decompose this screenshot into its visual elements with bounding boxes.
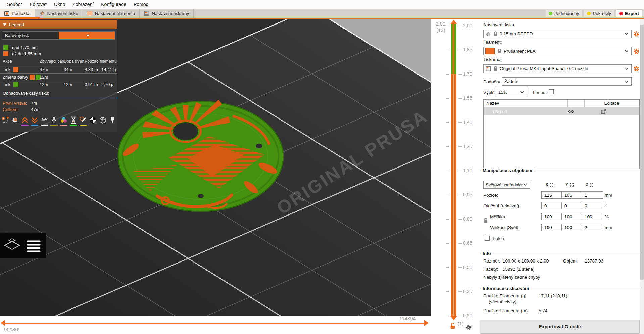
brim-checkbox[interactable] xyxy=(549,89,554,94)
scale-y-input[interactable] xyxy=(561,213,583,220)
tick-dash xyxy=(458,122,462,123)
mode-advanced-button[interactable]: Pokročilý xyxy=(584,10,614,17)
tab-print-settings[interactable]: Nastavení tisku xyxy=(35,9,83,18)
menu-pomoc[interactable]: Pomoc xyxy=(130,2,152,7)
rotation-y-input[interactable] xyxy=(561,202,583,209)
mode-simple-label: Jednoduchý xyxy=(554,11,579,16)
tab-printer-settings[interactable]: Nastavení tiskárny xyxy=(140,9,194,18)
wipe-icon[interactable] xyxy=(11,116,19,128)
preview-view-button[interactable] xyxy=(24,236,43,255)
used-filament-m-label: Použito Filamentu (m) xyxy=(483,308,528,313)
infill-label: Výplň: xyxy=(483,90,496,95)
edit-print-settings-button[interactable] xyxy=(633,31,640,37)
object-name: (25).stl xyxy=(493,109,507,114)
inches-checkbox[interactable] xyxy=(485,236,490,241)
rotation-z-input[interactable] xyxy=(582,202,603,209)
position-z-input[interactable] xyxy=(582,191,603,199)
menu-zobrazeni[interactable]: Zobrazení xyxy=(69,2,97,7)
color-changes-icon[interactable] xyxy=(60,116,68,128)
filament-select[interactable]: Prusament PLA xyxy=(483,47,632,55)
pauses-icon[interactable] xyxy=(69,116,78,128)
retractions-icon[interactable] xyxy=(21,116,29,128)
scale-z-input[interactable] xyxy=(582,213,603,220)
menu-okno[interactable]: Okno xyxy=(50,2,69,7)
layer-top-count: (13) xyxy=(436,27,445,33)
infill-select[interactable]: 15% xyxy=(496,88,527,96)
tick-dash xyxy=(458,243,462,244)
position-y-input[interactable] xyxy=(561,191,583,199)
unlock-icon[interactable] xyxy=(450,322,456,329)
scale-x-input[interactable] xyxy=(541,213,563,220)
chevron-down-icon xyxy=(625,80,629,83)
feature-toggles xyxy=(1,116,116,128)
print-settings-select[interactable]: 0.15mm SPEED xyxy=(483,30,632,38)
first-layer-row: První vrstva: 7m xyxy=(0,101,117,107)
legend-header[interactable]: Legend xyxy=(0,20,117,29)
move-slider-track[interactable] xyxy=(3,323,426,324)
layer-tick-label: 1,85 xyxy=(463,47,472,52)
shells-icon[interactable] xyxy=(99,116,107,128)
facets-label: Facety: xyxy=(483,267,498,272)
edit-object-icon[interactable] xyxy=(601,109,606,114)
filament-color-swatch xyxy=(485,48,495,54)
lock-icon xyxy=(493,31,498,36)
range-row: nad 1,70 mm xyxy=(0,45,117,51)
size-y-input[interactable] xyxy=(561,224,583,231)
printer-icon xyxy=(144,11,149,16)
object-hole xyxy=(173,123,198,140)
edit-printer-button[interactable] xyxy=(633,65,640,72)
object-list-row[interactable]: (25).stl xyxy=(484,107,639,115)
seams-icon[interactable] xyxy=(40,116,48,128)
deretractions-icon[interactable] xyxy=(31,116,39,128)
nozzle-icon[interactable] xyxy=(108,116,116,128)
menu-editovat[interactable]: Editovat xyxy=(26,2,50,7)
world-brackets-icon xyxy=(590,183,593,187)
menu-konfigurace[interactable]: Konfigurace xyxy=(97,2,130,7)
slider-gear-icon[interactable] xyxy=(466,324,472,330)
editor-view-button[interactable] xyxy=(3,236,21,255)
tick-dash xyxy=(446,267,449,268)
filament-label: Filament: xyxy=(483,40,502,45)
move-slider-left-thumb[interactable] xyxy=(1,320,5,326)
layer-bar-green-segment xyxy=(451,24,456,74)
center-of-mass-icon[interactable] xyxy=(89,116,97,128)
eye-icon[interactable] xyxy=(568,110,574,113)
edit-filament-button[interactable] xyxy=(633,48,640,55)
layer-top-value: 2,00 xyxy=(436,21,445,27)
size-z-input[interactable] xyxy=(582,224,603,231)
layer-slider-bottom-thumb[interactable] xyxy=(450,316,457,320)
coordinate-frame-select[interactable]: Světové souřadnice xyxy=(483,181,530,189)
tab-filament-settings[interactable]: Nastavení filamentu xyxy=(83,9,140,18)
size-info-value: 100,00 x 100,00 x 2,00 xyxy=(503,258,549,264)
printer-select[interactable]: Original Prusa MK4 Input Shaper 0.4 nozz… xyxy=(483,64,632,73)
scrollbar-thumb[interactable] xyxy=(640,25,644,280)
move-slider-right-thumb[interactable] xyxy=(424,320,429,326)
layer-tick-label: 1,40 xyxy=(463,120,472,125)
position-x-input[interactable] xyxy=(541,191,563,199)
supports-label: Podpěry: xyxy=(483,79,501,84)
layer-slider-bar[interactable] xyxy=(451,24,456,316)
tab-platter[interactable]: Podložka xyxy=(0,9,35,18)
mode-simple-button[interactable]: Jednoduchý xyxy=(546,10,582,17)
uniform-scale-lock-icon[interactable] xyxy=(483,218,488,223)
layer-slider-top-thumb[interactable] xyxy=(450,20,457,24)
size-label: Velikost [Svět]: xyxy=(490,225,520,230)
name-column-header: Název xyxy=(486,101,499,106)
size-info-label: Rozměr: xyxy=(483,258,500,264)
layer-tick-label: 0,65 xyxy=(463,240,472,246)
print-settings-label: Nastavení tisku: xyxy=(483,22,515,27)
tick-dash xyxy=(446,195,449,195)
supports-select[interactable]: Žádné xyxy=(502,77,632,86)
mode-expert-button[interactable]: Expert xyxy=(616,10,642,17)
custom-gcode-icon[interactable] xyxy=(79,116,87,128)
size-x-input[interactable] xyxy=(541,224,563,231)
menu-soubor[interactable]: Soubor xyxy=(3,2,26,7)
total-time-row: Celkem: 47m xyxy=(0,107,117,113)
travels-icon[interactable] xyxy=(1,116,9,128)
export-gcode-button[interactable]: Exportovat G-code xyxy=(480,320,640,334)
rotation-x-input[interactable] xyxy=(541,202,563,209)
object-list-header: Název Editace xyxy=(484,100,639,107)
view-type-select[interactable]: Barevný tisk xyxy=(2,31,115,40)
tool-changes-icon[interactable] xyxy=(50,116,58,128)
gear-icon xyxy=(486,31,491,37)
